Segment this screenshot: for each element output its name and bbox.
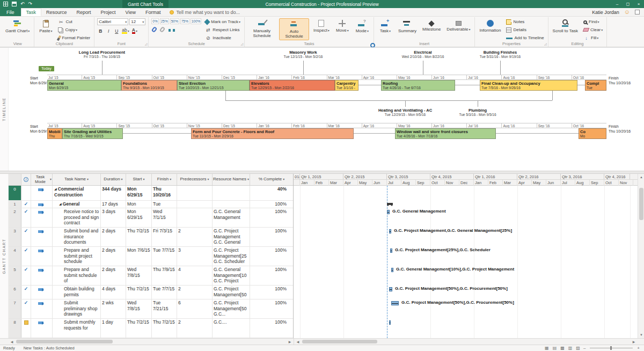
timeline-bar-segment[interactable]: ComplTue <box>585 80 606 91</box>
table-row[interactable]: 2✓Receive notice to proceed and sign con… <box>9 208 293 228</box>
cell-start[interactable]: Wed 7/8/15 <box>126 299 152 318</box>
task-bar[interactable] <box>389 320 391 325</box>
timeline-bar-segment[interactable]: RoofingTue 4/26/16 - Tue 6/7/16 <box>381 80 455 91</box>
move-button[interactable]: Move <box>334 18 351 34</box>
cell-pct[interactable]: 40% <box>250 186 294 200</box>
timeline-bar-segment[interactable]: ElevatorsTue 12/29/15 - Mon 2/22/16 <box>250 80 335 91</box>
summary-bar[interactable] <box>387 203 393 205</box>
cell-num[interactable]: 5 <box>9 266 21 285</box>
column-filter-arrow-icon[interactable] <box>121 177 123 182</box>
timeline-bar-segment[interactable]: Final Clean-up and OccupancyTue 7/5/16 -… <box>480 80 577 91</box>
table-row[interactable]: 3✓Submit bond and insurance documents2 d… <box>9 228 293 247</box>
scroll-to-task-button[interactable]: Scroll to Task <box>551 18 580 34</box>
column-header-start[interactable]: Start <box>126 174 152 185</box>
table-scroll-right-icon[interactable]: ▶ <box>287 339 293 345</box>
cell-pct[interactable]: 100% <box>250 208 294 227</box>
cell-num[interactable]: 4 <box>9 247 21 266</box>
cell-mode[interactable] <box>31 286 53 299</box>
new-tasks-mode-button[interactable]: New Tasks : Auto Scheduled <box>24 346 75 350</box>
percent-complete-button[interactable]: 0% <box>151 18 158 24</box>
cell-duration[interactable]: 2 days <box>101 228 126 246</box>
cell-mode[interactable] <box>31 208 53 227</box>
cell-res[interactable]: G.C. Project Management[50 <box>213 286 250 299</box>
column-header-mode[interactable]: Task Mode <box>31 174 53 185</box>
timeline-callout[interactable]: PlumbingTue 5/3/16 - Mon 9/5/16 <box>435 108 521 117</box>
gantt-view-shortcut-icon[interactable]: ▦ <box>544 346 550 350</box>
cell-num[interactable]: 7 <box>9 299 21 318</box>
table-row[interactable]: 8Submit monthly requests for1 dayThu 7/2… <box>9 319 293 338</box>
highlight-color-button[interactable]: ab <box>121 27 129 34</box>
bold-button[interactable]: B <box>97 27 104 34</box>
percent-complete-button[interactable]: 50% <box>170 18 179 24</box>
cell-finish[interactable]: Wed 7/1/15 <box>152 208 177 227</box>
cell-num[interactable]: 1 <box>9 201 21 208</box>
timeline-bar-segment[interactable]: CarpentryTue 3/1/16 - <box>335 80 358 91</box>
cell-name[interactable]: Submit bond and insurance documents <box>53 228 101 246</box>
link-tasks-icon[interactable] <box>151 26 158 33</box>
column-header-duration[interactable]: Duration <box>101 174 126 185</box>
feedback-smiley-icon[interactable]: ☺ <box>624 9 630 15</box>
table-row[interactable]: 6✓Obtain building permits4 daysThu 7/2/1… <box>9 286 293 299</box>
file-tab[interactable]: File <box>0 8 21 16</box>
column-header-pct[interactable]: % Complete <box>250 174 294 185</box>
timeline-callout[interactable]: Masonry WorkTue 12/1/15 - Mon 5/2/16 <box>260 50 346 59</box>
team-planner-view-shortcut-icon[interactable]: ▩ <box>560 346 565 350</box>
timeline-bar-segment[interactable]: GeneralMon 6/29/15 <box>47 80 121 91</box>
font-color-button[interactable]: A <box>131 27 138 34</box>
cell-info[interactable]: ✓ <box>21 201 31 208</box>
insert-summary-button[interactable]: Summary <box>397 18 418 34</box>
task-bar[interactable] <box>390 248 392 253</box>
minimize-button[interactable]: – <box>612 0 623 8</box>
task-bar[interactable] <box>391 268 393 272</box>
cell-name[interactable]: ◢General Condition <box>53 201 101 208</box>
column-filter-arrow-icon[interactable] <box>247 177 249 182</box>
cell-finish[interactable]: Fri 7/3/15 <box>152 228 177 246</box>
gantt-scroll-thumb[interactable] <box>302 340 377 343</box>
properties-dialog-launcher-icon[interactable]: ◿ <box>544 42 547 46</box>
column-header-name[interactable]: Task Name <box>53 174 101 185</box>
timeline-callout[interactable]: ElectricalWed 2/10/16 - Mon 8/22/16 <box>380 50 466 59</box>
save-icon[interactable] <box>12 2 17 6</box>
gantt-scroll-right-icon[interactable]: ▶ <box>631 339 637 345</box>
font-dialog-launcher-icon[interactable]: ◿ <box>145 42 148 46</box>
table-row[interactable]: 7✓Submit preliminary shop drawings2 wksW… <box>9 299 293 319</box>
cell-name[interactable]: Prepare and submit project schedule <box>53 247 101 266</box>
cell-info[interactable] <box>21 186 31 200</box>
column-header-res[interactable]: Resource Names <box>213 174 250 185</box>
user-name[interactable]: Katie Jordan <box>592 10 619 15</box>
timeline-bar-segment[interactable]: CoMo <box>579 128 606 139</box>
manually-schedule-button[interactable]: Manually Schedule <box>247 18 276 39</box>
cell-finish[interactable]: Thu 10/20/16 <box>152 186 177 200</box>
cell-num[interactable]: 0 <box>9 186 21 200</box>
cell-duration[interactable]: 3 days <box>101 208 126 227</box>
table-scroll-thumb[interactable] <box>16 340 113 343</box>
cell-start[interactable]: Mon 7/6/15 <box>126 247 152 266</box>
column-header-info[interactable] <box>21 174 31 185</box>
italic-button[interactable]: I <box>105 27 112 34</box>
paste-button[interactable]: Paste <box>37 18 54 34</box>
find-button[interactable]: Find <box>582 18 604 25</box>
cell-finish[interactable]: Tue 7/21/15 <box>152 299 177 318</box>
percent-complete-button[interactable]: 25% <box>160 18 169 24</box>
insert-deliverable-button[interactable]: Deliverable <box>445 18 472 33</box>
column-filter-arrow-icon[interactable] <box>49 177 52 182</box>
auto-schedule-button[interactable]: Auto Schedule <box>279 18 309 40</box>
underline-button[interactable]: U <box>113 27 120 34</box>
tab-project[interactable]: Project <box>96 8 121 16</box>
cell-start[interactable]: Thu 7/2/15 <box>126 286 152 299</box>
cell-res[interactable]: G.C.... <box>213 319 250 338</box>
cell-duration[interactable]: 344 days <box>101 186 126 200</box>
percent-complete-button[interactable]: 100% <box>191 18 202 24</box>
task-usage-view-shortcut-icon[interactable]: ▤ <box>552 346 558 350</box>
cell-pred[interactable]: 2 <box>177 319 213 338</box>
cell-pred[interactable]: 4 <box>177 266 213 285</box>
cell-res[interactable] <box>213 186 250 200</box>
close-button[interactable]: × <box>633 0 644 8</box>
share-icon[interactable] <box>635 10 640 14</box>
tab-task[interactable]: Task <box>21 8 42 16</box>
cell-res[interactable]: G.C. General Management[10 G.C. Project <box>213 266 250 285</box>
clear-button[interactable]: Clear <box>582 26 604 33</box>
cell-start[interactable]: Mon 6/29/15 <box>126 201 152 208</box>
restore-button[interactable]: ◻ <box>623 0 633 8</box>
cell-pred[interactable]: 6 <box>177 299 213 318</box>
